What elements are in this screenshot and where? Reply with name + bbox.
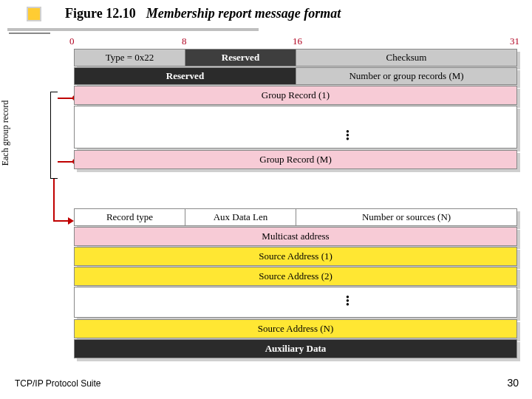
- title-rule: [7, 28, 259, 31]
- field-reserved2: Reserved: [75, 68, 296, 84]
- msg-header-row-2: Reserved Number or group records (M): [74, 67, 517, 85]
- group-record-m: Group Record (M): [74, 150, 517, 169]
- field-type: Type = 0x22: [75, 50, 185, 66]
- field-checksum: Checksum: [296, 50, 516, 66]
- vertical-dots-icon: •••: [346, 130, 349, 141]
- group-record-1: Group Record (1): [74, 86, 517, 105]
- figure-title: Figure 12.10 Membership report message f…: [27, 6, 341, 21]
- msg-header-row-1: Type = 0x22 Reserved Checksum: [74, 49, 517, 66]
- tick-31: 31: [510, 35, 519, 47]
- tick-8: 8: [182, 35, 187, 47]
- connector-line: [58, 161, 74, 163]
- vertical-dots-icon: •••: [346, 296, 349, 307]
- figure-caption: Membership report message format: [146, 6, 341, 21]
- rec-header-row: Record type Aux Data Len Number or sourc…: [74, 208, 517, 226]
- field-aux-len: Aux Data Len: [185, 209, 296, 225]
- connector-line: [58, 98, 74, 99]
- field-record-count: Number or group records (M): [296, 68, 516, 84]
- each-group-record-label: Each group record: [0, 74, 11, 192]
- field-src-n: Source Address (N): [74, 319, 517, 338]
- group-record-ellipsis-gap: [74, 106, 517, 149]
- field-aux-data: Auxiliary Data: [74, 339, 517, 358]
- group-record-format-block: Record type Aux Data Len Number or sourc…: [74, 208, 520, 360]
- field-src-2: Source Address (2): [74, 267, 517, 286]
- connector-vline: [53, 179, 55, 220]
- field-src-1: Source Address (1): [74, 247, 517, 266]
- tick-0: 0: [69, 35, 75, 47]
- field-source-count: Number or sources (N): [296, 209, 516, 225]
- field-reserved: Reserved: [185, 50, 296, 66]
- page-number: 30: [507, 377, 519, 389]
- field-multicast-addr: Multicast address: [74, 227, 517, 246]
- src-ellipsis-gap: [74, 287, 517, 318]
- field-record-type: Record type: [75, 209, 185, 225]
- message-format-block: Type = 0x22 Reserved Checksum Reserved N…: [74, 49, 520, 171]
- connector-line: [53, 220, 69, 222]
- bullet-square-icon: [27, 7, 41, 21]
- title-rule-accent: [9, 33, 50, 34]
- arrow-right-icon: [68, 217, 74, 225]
- tick-16: 16: [293, 35, 302, 47]
- figure-number: Figure 12.10: [65, 6, 136, 21]
- group-record-brace-icon: [50, 92, 58, 179]
- footer-text: TCP/IP Protocol Suite: [15, 378, 101, 389]
